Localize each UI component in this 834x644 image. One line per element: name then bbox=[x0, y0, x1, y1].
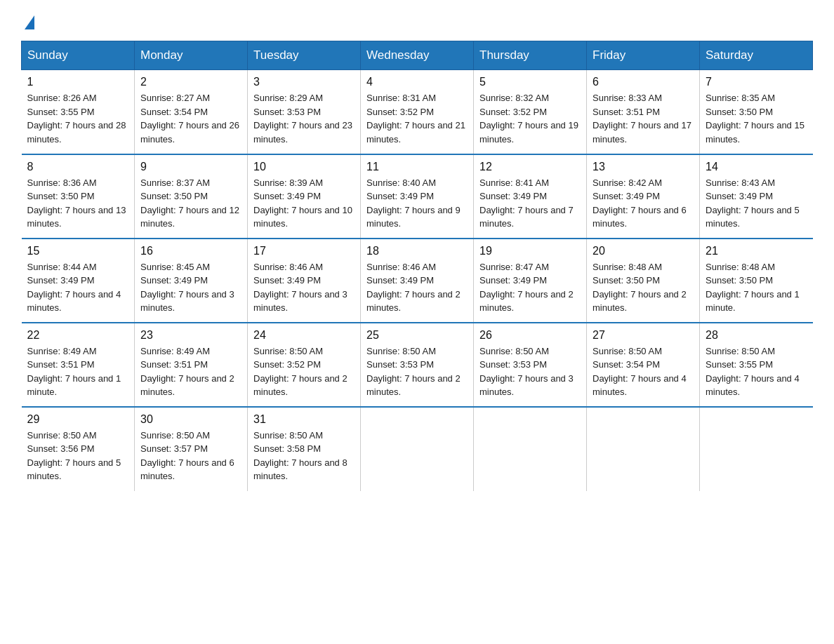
day-cell: 2Sunrise: 8:27 AMSunset: 3:54 PMDaylight… bbox=[135, 70, 248, 154]
day-info: Sunrise: 8:47 AMSunset: 3:49 PMDaylight:… bbox=[479, 262, 574, 314]
day-number: 3 bbox=[253, 76, 355, 88]
day-cell: 24Sunrise: 8:50 AMSunset: 3:52 PMDayligh… bbox=[248, 323, 361, 407]
day-number: 15 bbox=[27, 245, 129, 257]
day-info: Sunrise: 8:41 AMSunset: 3:49 PMDaylight:… bbox=[479, 177, 574, 229]
day-number: 17 bbox=[253, 245, 355, 257]
day-number: 23 bbox=[140, 329, 241, 342]
week-row-1: 1Sunrise: 8:26 AMSunset: 3:55 PMDaylight… bbox=[22, 70, 813, 154]
header-cell-tuesday: Tuesday bbox=[248, 41, 361, 70]
day-info: Sunrise: 8:31 AMSunset: 3:52 PMDaylight:… bbox=[366, 93, 465, 145]
day-info: Sunrise: 8:49 AMSunset: 3:51 PMDaylight:… bbox=[27, 346, 121, 398]
day-info: Sunrise: 8:45 AMSunset: 3:49 PMDaylight:… bbox=[140, 262, 234, 314]
day-number: 9 bbox=[140, 161, 241, 173]
day-cell: 15Sunrise: 8:44 AMSunset: 3:49 PMDayligh… bbox=[22, 239, 135, 323]
day-cell: 17Sunrise: 8:46 AMSunset: 3:49 PMDayligh… bbox=[248, 239, 361, 323]
day-cell bbox=[700, 407, 813, 491]
day-info: Sunrise: 8:50 AMSunset: 3:53 PMDaylight:… bbox=[366, 346, 461, 398]
day-info: Sunrise: 8:26 AMSunset: 3:55 PMDaylight:… bbox=[27, 93, 126, 145]
header-cell-wednesday: Wednesday bbox=[361, 41, 474, 70]
day-cell: 23Sunrise: 8:49 AMSunset: 3:51 PMDayligh… bbox=[135, 323, 248, 407]
day-info: Sunrise: 8:27 AMSunset: 3:54 PMDaylight:… bbox=[140, 93, 239, 145]
day-info: Sunrise: 8:37 AMSunset: 3:50 PMDaylight:… bbox=[140, 177, 239, 229]
day-info: Sunrise: 8:50 AMSunset: 3:54 PMDaylight:… bbox=[593, 346, 687, 398]
day-number: 31 bbox=[253, 413, 355, 426]
day-info: Sunrise: 8:32 AMSunset: 3:52 PMDaylight:… bbox=[479, 93, 578, 145]
day-info: Sunrise: 8:50 AMSunset: 3:56 PMDaylight:… bbox=[27, 430, 121, 482]
day-info: Sunrise: 8:50 AMSunset: 3:52 PMDaylight:… bbox=[253, 346, 348, 398]
page-header bbox=[21, 14, 813, 28]
day-number: 24 bbox=[253, 329, 355, 342]
day-info: Sunrise: 8:48 AMSunset: 3:50 PMDaylight:… bbox=[593, 262, 687, 314]
calendar-table: SundayMondayTuesdayWednesdayThursdayFrid… bbox=[21, 41, 813, 491]
day-cell: 14Sunrise: 8:43 AMSunset: 3:49 PMDayligh… bbox=[700, 154, 813, 239]
day-number: 14 bbox=[706, 161, 807, 173]
day-cell: 3Sunrise: 8:29 AMSunset: 3:53 PMDaylight… bbox=[248, 70, 361, 154]
day-number: 18 bbox=[366, 245, 468, 257]
day-cell: 30Sunrise: 8:50 AMSunset: 3:57 PMDayligh… bbox=[135, 407, 248, 491]
day-info: Sunrise: 8:29 AMSunset: 3:53 PMDaylight:… bbox=[253, 93, 352, 145]
header-cell-thursday: Thursday bbox=[474, 41, 587, 70]
day-number: 21 bbox=[706, 245, 807, 257]
day-number: 29 bbox=[27, 413, 129, 426]
day-info: Sunrise: 8:49 AMSunset: 3:51 PMDaylight:… bbox=[140, 346, 234, 398]
day-cell: 10Sunrise: 8:39 AMSunset: 3:49 PMDayligh… bbox=[248, 154, 361, 239]
day-cell: 4Sunrise: 8:31 AMSunset: 3:52 PMDaylight… bbox=[361, 70, 474, 154]
day-number: 8 bbox=[27, 161, 129, 173]
day-info: Sunrise: 8:46 AMSunset: 3:49 PMDaylight:… bbox=[366, 262, 461, 314]
day-cell: 7Sunrise: 8:35 AMSunset: 3:50 PMDaylight… bbox=[700, 70, 813, 154]
day-cell: 22Sunrise: 8:49 AMSunset: 3:51 PMDayligh… bbox=[22, 323, 135, 407]
day-number: 12 bbox=[479, 161, 581, 173]
day-cell: 12Sunrise: 8:41 AMSunset: 3:49 PMDayligh… bbox=[474, 154, 587, 239]
week-row-2: 8Sunrise: 8:36 AMSunset: 3:50 PMDaylight… bbox=[22, 154, 813, 239]
day-number: 16 bbox=[140, 245, 241, 257]
day-info: Sunrise: 8:42 AMSunset: 3:49 PMDaylight:… bbox=[593, 177, 687, 229]
day-cell: 16Sunrise: 8:45 AMSunset: 3:49 PMDayligh… bbox=[135, 239, 248, 323]
header-cell-monday: Monday bbox=[135, 41, 248, 70]
day-info: Sunrise: 8:33 AMSunset: 3:51 PMDaylight:… bbox=[593, 93, 691, 145]
day-number: 30 bbox=[140, 413, 241, 426]
header-cell-sunday: Sunday bbox=[22, 41, 135, 70]
day-info: Sunrise: 8:39 AMSunset: 3:49 PMDaylight:… bbox=[253, 177, 352, 229]
logo bbox=[21, 14, 34, 28]
day-number: 7 bbox=[706, 76, 807, 88]
day-cell: 29Sunrise: 8:50 AMSunset: 3:56 PMDayligh… bbox=[22, 407, 135, 491]
day-cell bbox=[587, 407, 700, 491]
logo-blue-text bbox=[21, 14, 34, 28]
day-cell: 1Sunrise: 8:26 AMSunset: 3:55 PMDaylight… bbox=[22, 70, 135, 154]
day-info: Sunrise: 8:50 AMSunset: 3:58 PMDaylight:… bbox=[253, 430, 348, 482]
day-cell: 18Sunrise: 8:46 AMSunset: 3:49 PMDayligh… bbox=[361, 239, 474, 323]
day-info: Sunrise: 8:43 AMSunset: 3:49 PMDaylight:… bbox=[706, 177, 800, 229]
day-number: 13 bbox=[593, 161, 694, 173]
header-cell-friday: Friday bbox=[587, 41, 700, 70]
day-number: 28 bbox=[706, 329, 807, 342]
day-number: 10 bbox=[253, 161, 355, 173]
day-number: 5 bbox=[479, 76, 581, 88]
day-number: 19 bbox=[479, 245, 581, 257]
day-cell: 9Sunrise: 8:37 AMSunset: 3:50 PMDaylight… bbox=[135, 154, 248, 239]
calendar-header: SundayMondayTuesdayWednesdayThursdayFrid… bbox=[22, 41, 813, 70]
day-cell: 25Sunrise: 8:50 AMSunset: 3:53 PMDayligh… bbox=[361, 323, 474, 407]
day-cell: 27Sunrise: 8:50 AMSunset: 3:54 PMDayligh… bbox=[587, 323, 700, 407]
day-info: Sunrise: 8:36 AMSunset: 3:50 PMDaylight:… bbox=[27, 177, 126, 229]
day-info: Sunrise: 8:50 AMSunset: 3:57 PMDaylight:… bbox=[140, 430, 234, 482]
day-cell: 8Sunrise: 8:36 AMSunset: 3:50 PMDaylight… bbox=[22, 154, 135, 239]
day-info: Sunrise: 8:44 AMSunset: 3:49 PMDaylight:… bbox=[27, 262, 121, 314]
day-number: 22 bbox=[27, 329, 129, 342]
day-cell: 13Sunrise: 8:42 AMSunset: 3:49 PMDayligh… bbox=[587, 154, 700, 239]
day-cell: 6Sunrise: 8:33 AMSunset: 3:51 PMDaylight… bbox=[587, 70, 700, 154]
day-number: 4 bbox=[366, 76, 468, 88]
header-row: SundayMondayTuesdayWednesdayThursdayFrid… bbox=[22, 41, 813, 70]
day-cell: 21Sunrise: 8:48 AMSunset: 3:50 PMDayligh… bbox=[700, 239, 813, 323]
day-cell bbox=[361, 407, 474, 491]
day-cell: 5Sunrise: 8:32 AMSunset: 3:52 PMDaylight… bbox=[474, 70, 587, 154]
week-row-4: 22Sunrise: 8:49 AMSunset: 3:51 PMDayligh… bbox=[22, 323, 813, 407]
day-number: 11 bbox=[366, 161, 468, 173]
day-number: 25 bbox=[366, 329, 468, 342]
week-row-3: 15Sunrise: 8:44 AMSunset: 3:49 PMDayligh… bbox=[22, 239, 813, 323]
day-cell: 19Sunrise: 8:47 AMSunset: 3:49 PMDayligh… bbox=[474, 239, 587, 323]
day-info: Sunrise: 8:50 AMSunset: 3:53 PMDaylight:… bbox=[479, 346, 574, 398]
day-number: 1 bbox=[27, 76, 129, 88]
day-cell: 20Sunrise: 8:48 AMSunset: 3:50 PMDayligh… bbox=[587, 239, 700, 323]
day-cell bbox=[474, 407, 587, 491]
day-cell: 31Sunrise: 8:50 AMSunset: 3:58 PMDayligh… bbox=[248, 407, 361, 491]
